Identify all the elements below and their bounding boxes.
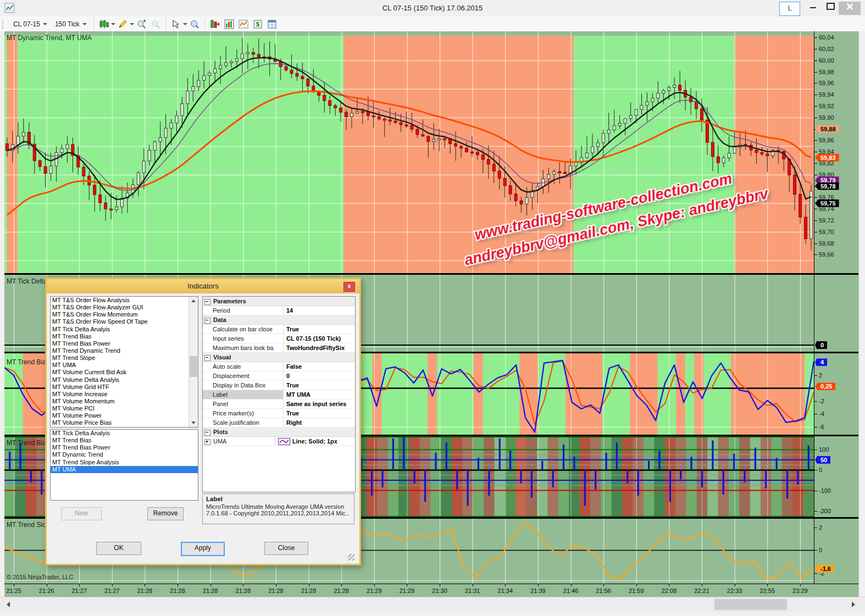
- property-value[interactable]: MT UMA: [284, 390, 355, 399]
- property-row[interactable]: LabelMT UMA: [203, 390, 355, 399]
- scrollbar-thumb[interactable]: [714, 599, 787, 610]
- property-row[interactable]: Displacement0: [203, 371, 355, 381]
- indicator-list-item[interactable]: MT Volume Increase: [51, 391, 189, 398]
- property-row[interactable]: Maximum bars look baTwoHundredFiftySix: [203, 343, 355, 353]
- chevron-down-icon[interactable]: [130, 23, 134, 25]
- scrollbar-thumb[interactable]: [190, 356, 197, 377]
- scroll-right-button[interactable]: [846, 597, 861, 612]
- indicator-list-item[interactable]: MT UMA: [51, 362, 189, 369]
- property-value[interactable]: CL 07-15 (150 Tick): [284, 334, 355, 343]
- property-name[interactable]: Maximum bars look ba: [203, 343, 284, 352]
- drawing-tool-icon[interactable]: [116, 18, 129, 30]
- period-selector[interactable]: 150 Tick: [51, 19, 91, 29]
- property-value[interactable]: Line; Solid; 1px: [275, 437, 355, 446]
- applied-indicator-item[interactable]: MT Trend Bias: [51, 437, 198, 444]
- property-name[interactable]: Data: [203, 315, 226, 324]
- list-scrollbar[interactable]: [188, 297, 198, 427]
- dialog-close-button[interactable]: x: [343, 282, 355, 292]
- new-button[interactable]: New: [61, 507, 102, 520]
- remove-button[interactable]: Remove: [147, 507, 184, 520]
- property-name[interactable]: Calculate on bar close: [203, 325, 284, 334]
- data-grid-icon[interactable]: [265, 18, 279, 30]
- indicator-list-item[interactable]: MT Volume Grid HTF: [51, 384, 189, 391]
- toolbar-grip[interactable]: [2, 19, 6, 29]
- minimize-button[interactable]: [803, 2, 822, 15]
- collapse-icon[interactable]: [204, 299, 210, 305]
- zoom-undo-icon[interactable]: [149, 18, 162, 30]
- indicator-list-item[interactable]: MT Trend Dynamic Trend: [51, 347, 189, 354]
- property-name[interactable]: Auto scale: [203, 362, 284, 371]
- price-axis[interactable]: 1000-100-20050: [814, 436, 858, 517]
- indicator-list-item[interactable]: MT T&S Order Flow Speed Of Tape: [51, 318, 189, 325]
- indicator-list-item[interactable]: MT Volume Current Bid Ask: [51, 369, 189, 376]
- price-axis[interactable]: 60,0460,0260,0059,9859,9659,9459,9259,90…: [814, 31, 858, 273]
- indicator-list-item[interactable]: MT T&S Order Flow Momentum: [51, 311, 189, 318]
- chevron-down-icon[interactable]: [111, 23, 115, 25]
- panel-splitter[interactable]: [4, 273, 858, 275]
- property-row[interactable]: Period14: [203, 306, 355, 315]
- zoom-in-icon[interactable]: [135, 18, 148, 30]
- price-axis[interactable]: 20-2-1,6: [814, 519, 858, 584]
- property-row[interactable]: UMALine; Solid; 1px: [203, 437, 355, 446]
- property-row[interactable]: Display in Data BoxTrue: [203, 381, 355, 390]
- account-dollar-icon[interactable]: $: [251, 18, 264, 30]
- collapse-icon[interactable]: [204, 355, 210, 361]
- property-name[interactable]: Displacement: [203, 371, 284, 380]
- property-value[interactable]: Same as input series: [284, 399, 355, 408]
- close-button[interactable]: [839, 2, 861, 15]
- title-bar[interactable]: CL 07-15 (150 Tick) 17.06.2015 L: [0, 0, 865, 17]
- applied-indicator-item[interactable]: MT Trend Slope Analysis: [51, 459, 198, 466]
- indicator-list-item[interactable]: MT Trend Bias: [51, 333, 189, 340]
- indicator-list-item[interactable]: MT Volume Momentum: [51, 398, 189, 405]
- indicator-list-item[interactable]: MT Trend Slope: [51, 354, 189, 362]
- property-row[interactable]: Plots: [203, 428, 355, 437]
- indicator-list-item[interactable]: MT T&S Order Flow Analyzer GUI: [51, 304, 189, 311]
- applied-indicator-item[interactable]: MT Dynamic Trend: [51, 451, 198, 458]
- property-name[interactable]: Panel: [203, 399, 284, 408]
- indicator-list-item[interactable]: MT Volume Delta Analyis: [51, 376, 189, 384]
- property-grid[interactable]: ParametersPeriod14DataCalculate on bar c…: [202, 296, 356, 492]
- property-row[interactable]: Auto scaleFalse: [203, 362, 355, 371]
- property-row[interactable]: PanelSame as input series: [203, 399, 355, 409]
- time-axis[interactable]: 21:2521:2621:2721:2721:2821:2821:2821:28…: [4, 584, 858, 597]
- property-value[interactable]: False: [284, 362, 355, 371]
- scroll-left-button[interactable]: [1, 597, 15, 612]
- property-name[interactable]: Label: [203, 390, 284, 399]
- applied-indicator-item[interactable]: MT Trend Bias Power: [51, 444, 198, 451]
- collapse-icon[interactable]: [204, 430, 210, 436]
- dialog-title-bar[interactable]: Indicators: [47, 279, 359, 293]
- property-name[interactable]: Display in Data Box: [203, 381, 284, 390]
- property-value[interactable]: Right: [284, 418, 355, 427]
- property-name[interactable]: Period: [203, 306, 284, 315]
- chevron-down-icon[interactable]: [183, 23, 187, 25]
- property-row[interactable]: Data: [203, 315, 355, 325]
- scroll-up-button[interactable]: [189, 297, 198, 305]
- property-row[interactable]: Visual: [203, 353, 355, 362]
- indicators-dialog[interactable]: Indicators x MT T&S Order Flow AnalysisM…: [45, 278, 361, 565]
- property-row[interactable]: Parameters: [203, 297, 355, 306]
- applied-indicator-item[interactable]: MT UMA: [51, 466, 198, 473]
- indicator-list-item[interactable]: MT Volume Power: [51, 412, 189, 419]
- property-row[interactable]: Calculate on bar closeTrue: [203, 325, 355, 334]
- property-row[interactable]: Price marker(s)True: [203, 409, 355, 418]
- snapshot-icon[interactable]: [237, 18, 250, 30]
- dialog-resize-grip[interactable]: [348, 554, 354, 560]
- property-value[interactable]: TwoHundredFiftySix: [284, 343, 355, 352]
- property-name[interactable]: Price marker(s): [203, 409, 284, 418]
- property-name[interactable]: Scale justification: [203, 418, 284, 427]
- link-button[interactable]: L: [779, 2, 800, 16]
- property-value[interactable]: 0: [284, 371, 355, 380]
- bars-back-icon[interactable]: [208, 18, 221, 30]
- applied-indicator-item[interactable]: MT Tick Delta Analyis: [51, 430, 198, 437]
- applied-indicators-list[interactable]: MT Tick Delta AnalyisMT Trend BiasMT Tre…: [50, 429, 198, 501]
- indicator-list-item[interactable]: MT Volume Price Bias: [51, 419, 189, 426]
- property-value[interactable]: True: [284, 409, 355, 418]
- property-row[interactable]: Input seriesCL 07-15 (150 Tick): [203, 334, 355, 343]
- maximize-button[interactable]: [821, 2, 840, 15]
- property-name[interactable]: Plots: [203, 428, 228, 436]
- property-value[interactable]: True: [284, 381, 355, 390]
- property-row[interactable]: Scale justificationRight: [203, 418, 355, 428]
- instrument-selector[interactable]: CL 07-15: [9, 19, 51, 29]
- indicator-list-item[interactable]: MT Tick Delta Analyis: [51, 326, 189, 333]
- property-name[interactable]: Parameters: [203, 297, 246, 306]
